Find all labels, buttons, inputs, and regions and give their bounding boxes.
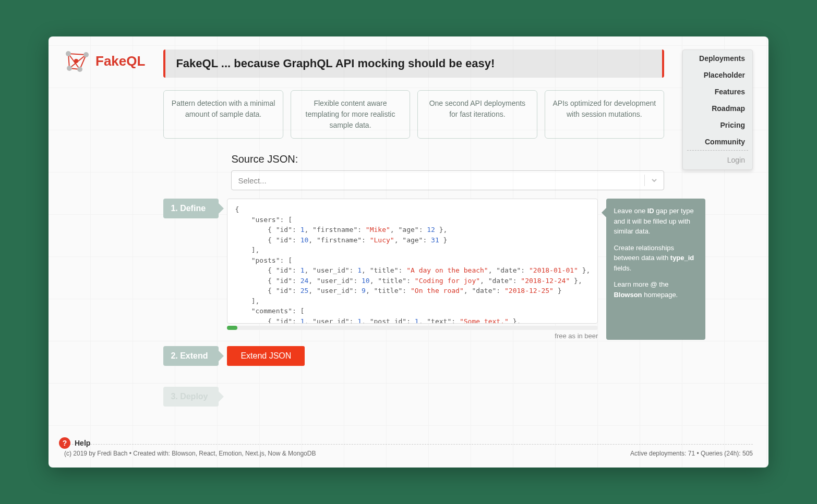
- svg-point-10: [74, 59, 78, 63]
- step-extend-badge: 2. Extend: [163, 346, 219, 366]
- step-deploy-badge: 3. Deploy: [163, 387, 219, 407]
- select-placeholder: Select...: [232, 176, 644, 185]
- help-icon: ?: [59, 437, 70, 449]
- feature-card[interactable]: Pattern detection with a minimal amount …: [163, 90, 283, 139]
- nav-placeholder[interactable]: Placeholder: [683, 67, 752, 83]
- nav-login[interactable]: Login: [683, 151, 752, 169]
- free-note: free as in beer: [227, 332, 598, 340]
- footer-stats: Active deployments: 71 • Queries (24h): …: [630, 450, 753, 457]
- help-button[interactable]: ? Help: [59, 437, 90, 449]
- editor-scrollbar[interactable]: [227, 326, 598, 330]
- footer-credits: (c) 2019 by Fredi Bach • Created with: B…: [64, 450, 316, 457]
- feature-card[interactable]: APIs optimized for development with sess…: [545, 90, 664, 139]
- feature-card[interactable]: Flexible content aware templating for mo…: [291, 90, 410, 139]
- main-nav: Deployments Placeholder Features Roadmap…: [682, 50, 753, 170]
- tagline-text: FakeQL ... because GraphQL API mocking s…: [176, 57, 495, 70]
- svg-line-0: [68, 54, 86, 55]
- app-frame: FakeQL FakeQL ... because GraphQL API mo…: [49, 36, 768, 468]
- logo-text: FakeQL: [95, 53, 145, 69]
- nav-deployments[interactable]: Deployments: [683, 50, 752, 67]
- nav-pricing[interactable]: Pricing: [683, 117, 752, 133]
- svg-point-8: [67, 66, 72, 71]
- source-select[interactable]: Select...: [231, 170, 664, 190]
- tagline-banner: FakeQL ... because GraphQL API mocking s…: [163, 50, 664, 78]
- extend-json-button[interactable]: Extend JSON: [227, 346, 305, 366]
- svg-point-6: [66, 51, 71, 56]
- chevron-down-icon: [645, 177, 664, 184]
- footer: (c) 2019 by Fredi Bach • Created with: B…: [64, 444, 753, 462]
- logo[interactable]: FakeQL: [64, 50, 145, 72]
- json-editor[interactable]: { "users": [ { "id": 1, "firstname": "Mi…: [227, 199, 598, 324]
- feature-card[interactable]: One second API deployments for fast iter…: [417, 90, 537, 139]
- tips-panel: Leave one ID gap per type and it will be…: [606, 199, 705, 340]
- svg-point-7: [83, 52, 89, 57]
- feature-cards: Pattern detection with a minimal amount …: [163, 90, 664, 139]
- logo-icon: [64, 50, 90, 72]
- nav-community[interactable]: Community: [683, 133, 752, 150]
- help-label: Help: [75, 439, 90, 447]
- scrollbar-thumb[interactable]: [227, 326, 237, 330]
- nav-features[interactable]: Features: [683, 83, 752, 100]
- source-json-label: Source JSON:: [231, 153, 664, 165]
- step-define-badge: 1. Define: [163, 199, 219, 218]
- svg-point-9: [77, 67, 82, 72]
- nav-roadmap[interactable]: Roadmap: [683, 100, 752, 117]
